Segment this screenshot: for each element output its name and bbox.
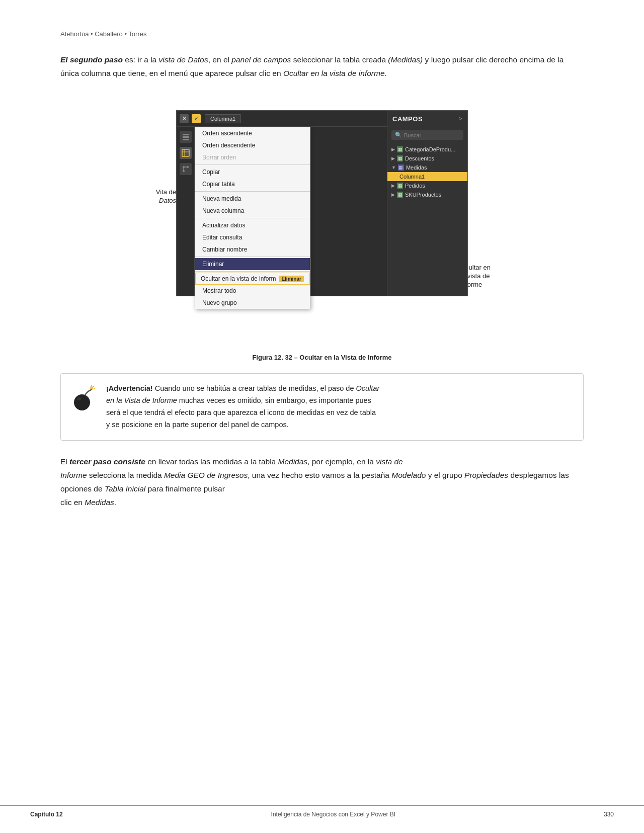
table-icon: ▦ [397,155,403,161]
media-geo-italic: Media GEO de Ingresos [164,471,248,479]
columna1-tab[interactable]: Columna1 [205,114,241,123]
intro-paragraph: El segundo paso es: ir a la vista de Dat… [60,53,584,80]
cm-orden-ascendente[interactable]: Orden ascendente [195,127,310,139]
ocultar-label: Ocultar en la vista de informe [283,69,385,77]
campos-item-columna1[interactable]: Columna1 [387,172,467,181]
intro-text-2: es: ir a la [123,55,159,64]
campos-search-box[interactable]: 🔍 Buscar [391,130,463,140]
table-icon: ▦ [397,183,403,189]
cm-divider-3 [195,218,310,218]
warning-box: ¡Advertencia! Cuando uno se habitúa a cr… [60,373,584,441]
third-text-2: en llevar todas las medidas a la tabla [145,457,278,466]
measure-icon: ▦ [398,164,404,171]
campos-search-icon: 🔍 [395,132,402,138]
campos-panel: CAMPOS > 🔍 Buscar ▶ ▦ CategoriaDeProdu..… [387,111,467,296]
cm-mostrar-todo[interactable]: Mostrar todo [195,285,310,297]
footer-title: Inteligencia de Negocios con Excel y Pow… [271,811,395,818]
table-icon: ▦ [397,146,403,152]
campos-title: CAMPOS [392,115,423,123]
figure-area: SeleccionarColumna Vita deDatos Ocultar … [131,110,513,347]
medidas-label: Medidas [406,164,427,171]
svg-point-15 [74,394,90,410]
campos-item-medidas[interactable]: ▼ ▦ Medidas [387,163,467,172]
close-button[interactable]: ✕ [180,114,189,123]
cm-copiar[interactable]: Copiar [195,166,310,178]
context-menu: Orden ascendente Orden descendente Borra… [195,127,310,309]
sidebar-model-icon[interactable] [180,163,192,175]
medidas-final-italic: Medidas [85,498,114,507]
footer-page: 330 [604,811,614,818]
advertencia-title: ¡Advertencia! [106,384,153,392]
cm-divider-1 [195,164,310,165]
campos-item-pedidos[interactable]: ▶ ▦ Pedidos [387,181,467,190]
svg-line-18 [93,386,94,387]
footer-chapter: Capítulo 12 [30,811,63,818]
cm-nueva-columna[interactable]: Nueva columna [195,205,310,217]
svg-line-17 [91,385,92,386]
cm-nueva-medida[interactable]: Nueva medida [195,193,310,205]
arrow-icon: ▶ [391,147,395,152]
cm-copiar-tabla[interactable]: Copiar tabla [195,178,310,190]
cm-divider-2 [195,191,310,192]
sidebar-report-icon[interactable] [180,131,192,143]
tabla-inicial-italic: Tabla Inicial [105,484,145,493]
cm-editar-consulta[interactable]: Editar consulta [195,231,310,243]
figure-caption-text: Figura 12. 32 – Ocultar en la Vista de I… [252,354,391,361]
powerbi-screenshot: ✕ ✓ Columna1 ∨ Or [176,110,468,296]
svg-point-20 [77,397,81,400]
medidas-italic: Medidas [278,457,308,466]
sidebar-data-icon[interactable] [180,147,192,159]
arrow-icon: ▶ [391,156,395,161]
arrow-icon: ▼ [391,165,396,170]
columna1-label: Columna1 [399,174,425,180]
campos-item-descuentos[interactable]: ▶ ▦ Descuentos [387,154,467,163]
page-header: Atehortúa • Caballero • Torres [60,30,584,38]
cm-divider-5 [195,271,310,272]
arrow-icon: ▶ [391,183,395,188]
cm-cambiar-nombre[interactable]: Cambiar nombre [195,243,310,256]
panel-campos-label: panel de campos [231,55,291,64]
tercer-paso-label: tercer paso consiste [69,457,145,466]
campos-tree: ▶ ▦ CategoriaDeProdu... ▶ ▦ Descuentos ▼… [387,143,467,201]
author-text: Atehortúa • Caballero • Torres [60,30,146,38]
cm-borrar-orden: Borrar orden [195,151,310,163]
cm-eliminar[interactable]: Eliminar [195,258,310,270]
categoria-label: CategoriaDeProdu... [405,146,455,152]
table-icon: ▦ [397,192,403,198]
modelado-italic: Modelado [391,471,426,479]
campos-item-categoria[interactable]: ▶ ▦ CategoriaDeProdu... [387,145,467,154]
figure-caption: Figura 12. 32 – Ocultar en la Vista de I… [60,354,584,361]
third-step-paragraph: El tercer paso consiste en llevar todas … [60,455,584,510]
annotation-vita-datos: Vita deDatos [133,188,176,205]
cm-actualizar-datos[interactable]: Actualizar datos [195,219,310,231]
propiedades-italic: Propiedades [464,471,508,479]
vista-datos-label: vista de Datos [159,55,208,64]
confirm-button[interactable]: ✓ [192,114,201,123]
cm-nuevo-grupo[interactable]: Nuevo grupo [195,297,310,309]
intro-text-10: . [385,69,387,77]
third-text-4: selecciona la medida [87,471,164,479]
campos-item-sku[interactable]: ▶ ▦ SKUProductos [387,190,467,199]
third-text-3: , por ejemplo, en la [307,457,376,466]
arrow-icon: ▶ [391,192,395,197]
cm-eliminar-badge: Eliminar [279,276,303,282]
cm-ocultar-vista[interactable]: Ocultar en la vista de inform Eliminar [195,273,310,285]
intro-text-6: seleccionar la tabla creada [291,55,388,64]
cm-divider-4 [195,257,310,257]
page-footer: Capítulo 12 Inteligencia de Negocios con… [0,805,644,818]
cm-orden-descendente[interactable]: Orden descendente [195,139,310,151]
annotation-ocultar-en: Ocultar enla vista deinforme [460,264,511,289]
bomb-icon [69,385,97,413]
campos-expand-icon[interactable]: > [459,115,462,123]
pedidos-label: Pedidos [405,183,425,189]
second-step-label: El segundo paso [60,55,123,64]
third-text-9: . [114,498,116,507]
svg-rect-6 [183,139,189,140]
third-text-6: y el grupo [426,471,464,479]
campos-search-placeholder: Buscar [404,132,421,138]
third-text-5: , una vez hecho esto vamos a la pestaña [248,471,391,479]
warning-text: ¡Advertencia! Cuando uno se habitúa a cr… [106,383,572,431]
el-text: El [60,457,69,466]
cm-ocultar-label: Ocultar en la vista de inform [201,275,276,282]
svg-rect-7 [182,149,189,156]
